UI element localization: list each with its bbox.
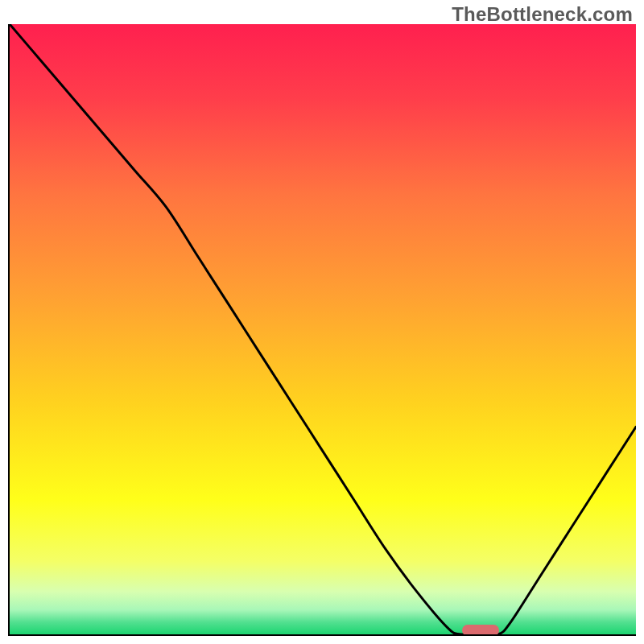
watermark-label: TheBottleneck.com	[452, 3, 633, 26]
plot-area	[8, 24, 636, 636]
bottleneck-chart: TheBottleneck.com	[0, 0, 644, 644]
optimal-marker	[462, 625, 500, 636]
curve-line	[10, 24, 636, 634]
